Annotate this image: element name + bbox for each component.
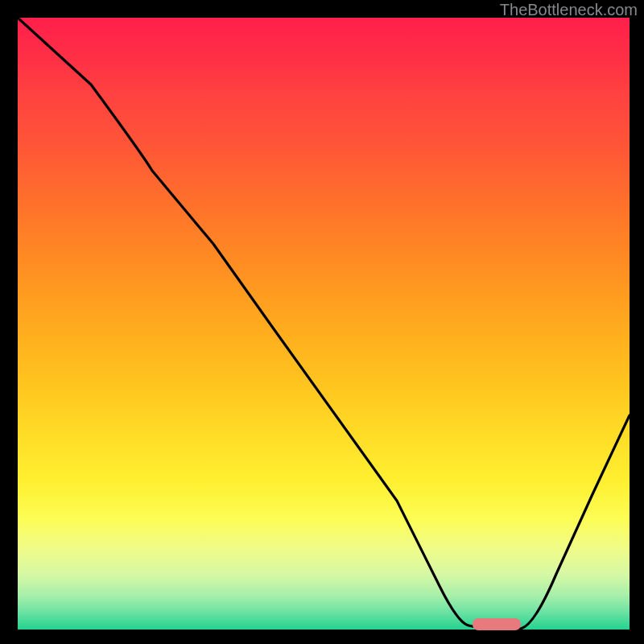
- watermark-text: TheBottleneck.com: [500, 1, 638, 19]
- plot-area: [18, 18, 630, 630]
- curve-path: [18, 18, 630, 629]
- optimal-marker: [473, 618, 521, 630]
- bottleneck-curve: [18, 18, 630, 630]
- chart-container: TheBottleneck.com: [0, 0, 644, 644]
